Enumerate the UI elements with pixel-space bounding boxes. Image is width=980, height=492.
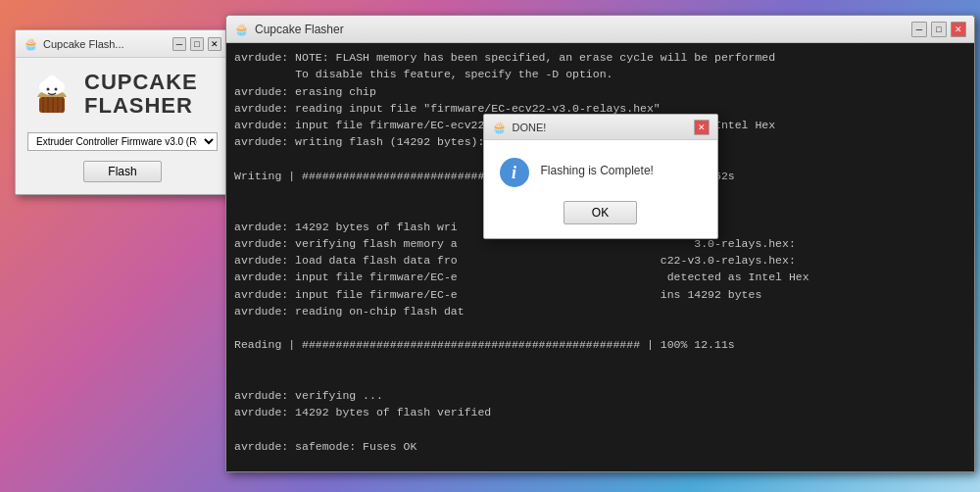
main-minimize-button[interactable]: ─ xyxy=(911,22,927,37)
terminal-line xyxy=(234,421,966,438)
small-maximize-button[interactable]: □ xyxy=(190,37,204,51)
dialog-message: Flashing is Complete! xyxy=(541,158,654,177)
terminal-line: avrdude: verifying ... xyxy=(234,387,966,404)
terminal-line xyxy=(234,455,966,471)
terminal-line xyxy=(234,370,966,387)
terminal-line: avrdude: input file firmware/EC-e ins 14… xyxy=(234,286,966,303)
main-close-button[interactable]: ✕ xyxy=(951,22,966,37)
dialog-icon: 🧁 xyxy=(492,121,507,134)
firmware-dropdown[interactable]: Extruder Controller Firmware v3.0 (Relay… xyxy=(27,132,218,151)
terminal-line: Reading | ##############################… xyxy=(234,336,966,353)
cupcake-logo-icon xyxy=(27,70,76,119)
svg-point-9 xyxy=(47,88,50,91)
small-window-titlebar: 🧁 Cupcake Flash... ─ □ ✕ xyxy=(16,30,229,58)
small-window-body: CUPCAKE FLASHER Extruder Controller Firm… xyxy=(16,58,229,194)
terminal-line: avrdude: 14292 bytes of flash verified xyxy=(234,404,966,420)
terminal-line: avrdude: safemode: Fuses OK xyxy=(234,438,966,455)
main-maximize-button[interactable]: □ xyxy=(931,22,947,37)
dialog-content: i Flashing is Complete! xyxy=(484,140,717,201)
terminal-line: avrdude: reading on-chip flash dat xyxy=(234,303,966,320)
main-window-title: Cupcake Flasher xyxy=(255,23,911,36)
main-app-icon: 🧁 xyxy=(234,23,249,36)
dialog-footer: OK xyxy=(484,201,717,238)
cupcake-header: CUPCAKE FLASHER xyxy=(27,70,218,119)
terminal-output[interactable]: avrdude: NOTE: FLASH memory has been spe… xyxy=(226,43,974,471)
terminal-line: avrdude: load data flash data fro c22-v3… xyxy=(234,252,966,269)
small-app-icon: 🧁 xyxy=(24,37,37,51)
small-minimize-button[interactable]: ─ xyxy=(172,37,186,51)
firmware-dropdown-row: Extruder Controller Firmware v3.0 (Relay… xyxy=(27,132,218,151)
main-window-controls: ─ □ ✕ xyxy=(911,22,966,37)
terminal-line xyxy=(234,320,966,336)
small-window: 🧁 Cupcake Flash... ─ □ ✕ xyxy=(15,29,230,195)
terminal-line: To disable this feature, specify the -D … xyxy=(234,66,966,82)
ok-button[interactable]: OK xyxy=(564,201,637,224)
dialog-close-button[interactable]: ✕ xyxy=(694,120,710,135)
flash-button[interactable]: Flash xyxy=(83,161,161,182)
main-window-titlebar: 🧁 Cupcake Flasher ─ □ ✕ xyxy=(226,16,974,43)
terminal-line: avrdude: input file firmware/EC-e detect… xyxy=(234,269,966,285)
small-window-title: Cupcake Flash... xyxy=(43,38,172,50)
small-window-controls: ─ □ ✕ xyxy=(172,37,221,51)
dialog-titlebar: 🧁 DONE! ✕ xyxy=(484,115,717,140)
small-close-button[interactable]: ✕ xyxy=(208,37,221,51)
main-window: 🧁 Cupcake Flasher ─ □ ✕ avrdude: NOTE: F… xyxy=(225,15,975,472)
terminal-line xyxy=(234,354,966,370)
terminal-line: avrdude: NOTE: FLASH memory has been spe… xyxy=(234,49,966,66)
done-dialog: 🧁 DONE! ✕ i Flashing is Complete! OK xyxy=(483,114,718,239)
info-icon: i xyxy=(500,158,529,187)
terminal-line: avrdude: erasing chip xyxy=(234,83,966,100)
app-title: CUPCAKE FLASHER xyxy=(84,71,198,118)
svg-point-10 xyxy=(55,88,58,91)
svg-point-8 xyxy=(47,75,57,83)
dialog-title: DONE! xyxy=(513,122,694,133)
flash-button-row: Flash xyxy=(27,161,218,182)
